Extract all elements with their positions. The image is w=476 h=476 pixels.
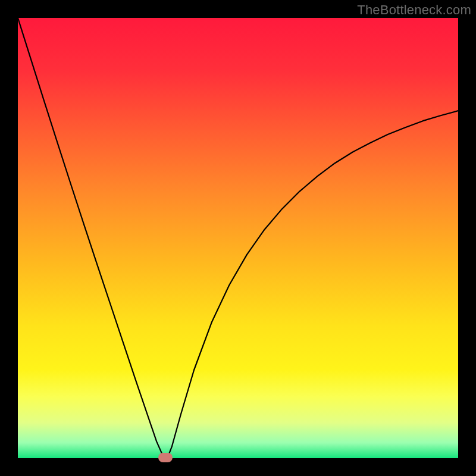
bottleneck-chart: [18, 18, 458, 458]
watermark-text: TheBottleneck.com: [357, 2, 471, 18]
optimal-point-marker: [158, 453, 173, 462]
gradient-background: [18, 18, 458, 458]
